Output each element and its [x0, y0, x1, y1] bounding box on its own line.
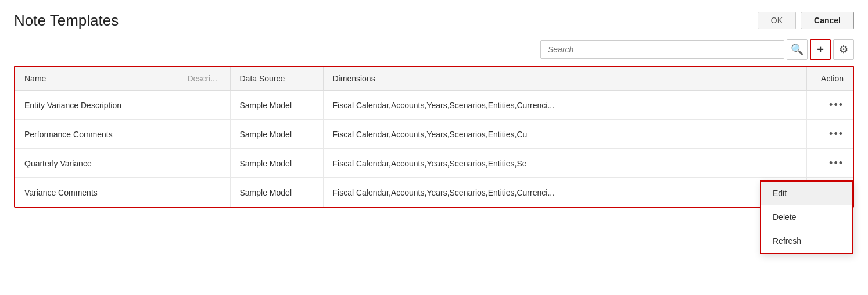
- settings-button[interactable]: ⚙: [833, 39, 854, 60]
- action-dots-button[interactable]: •••: [829, 128, 844, 140]
- cell-datasource: Sample Model: [230, 91, 323, 120]
- col-header-dimensions: Dimensions: [323, 67, 806, 91]
- context-menu-item-edit[interactable]: Edit: [761, 182, 852, 205]
- action-dots-button[interactable]: •••: [829, 157, 844, 169]
- add-button[interactable]: +: [810, 39, 831, 60]
- table-row: Performance CommentsSample ModelFiscal C…: [15, 120, 853, 149]
- cell-dimensions: Fiscal Calendar,Accounts,Years,Scenarios…: [323, 149, 806, 178]
- context-menu-item-refresh[interactable]: Refresh: [761, 229, 852, 253]
- search-input[interactable]: [540, 40, 784, 59]
- note-templates-table: Name Descri... Data Source Dimensions Ac…: [15, 67, 853, 207]
- cell-name: Variance Comments: [15, 178, 178, 207]
- table-row: Entity Variance DescriptionSample ModelF…: [15, 91, 853, 120]
- cell-name: Quarterly Variance: [15, 149, 178, 178]
- cell-datasource: Sample Model: [230, 120, 323, 149]
- col-header-action: Action: [806, 67, 853, 91]
- cell-datasource: Sample Model: [230, 178, 323, 207]
- table-row: Quarterly VarianceSample ModelFiscal Cal…: [15, 149, 853, 178]
- cell-datasource: Sample Model: [230, 149, 323, 178]
- col-header-datasource: Data Source: [230, 67, 323, 91]
- table-body: Entity Variance DescriptionSample ModelF…: [15, 91, 853, 207]
- settings-icon: ⚙: [839, 43, 848, 56]
- cell-description: [178, 120, 230, 149]
- search-icon: 🔍: [791, 43, 804, 56]
- ok-button[interactable]: OK: [758, 12, 796, 29]
- header-row: Note Templates OK Cancel: [14, 12, 854, 30]
- table-wrapper: Name Descri... Data Source Dimensions Ac…: [14, 66, 854, 208]
- table-row: Variance CommentsSample ModelFiscal Cale…: [15, 178, 853, 207]
- context-menu: EditDeleteRefresh: [760, 180, 853, 254]
- cancel-button[interactable]: Cancel: [801, 12, 854, 29]
- col-header-name: Name: [15, 67, 178, 91]
- cell-name: Performance Comments: [15, 120, 178, 149]
- table-header: Name Descri... Data Source Dimensions Ac…: [15, 67, 853, 91]
- cell-description: [178, 91, 230, 120]
- cell-action[interactable]: •••: [806, 149, 853, 178]
- col-header-description: Descri...: [178, 67, 230, 91]
- search-icon-button[interactable]: 🔍: [787, 39, 808, 60]
- cell-dimensions: Fiscal Calendar,Accounts,Years,Scenarios…: [323, 178, 806, 207]
- toolbar-row: 🔍 + ⚙: [14, 39, 854, 60]
- cell-action[interactable]: •••: [806, 91, 853, 120]
- cell-description: [178, 149, 230, 178]
- cell-dimensions: Fiscal Calendar,Accounts,Years,Scenarios…: [323, 91, 806, 120]
- cell-action[interactable]: •••: [806, 120, 853, 149]
- cell-dimensions: Fiscal Calendar,Accounts,Years,Scenarios…: [323, 120, 806, 149]
- page-title: Note Templates: [14, 12, 119, 30]
- add-icon: +: [817, 43, 824, 56]
- context-menu-item-delete[interactable]: Delete: [761, 205, 852, 229]
- action-dots-button[interactable]: •••: [829, 99, 844, 111]
- cell-description: [178, 178, 230, 207]
- header-buttons: OK Cancel: [758, 12, 854, 29]
- cell-name: Entity Variance Description: [15, 91, 178, 120]
- page-container: Note Templates OK Cancel 🔍 + ⚙ Name Desc…: [0, 0, 868, 219]
